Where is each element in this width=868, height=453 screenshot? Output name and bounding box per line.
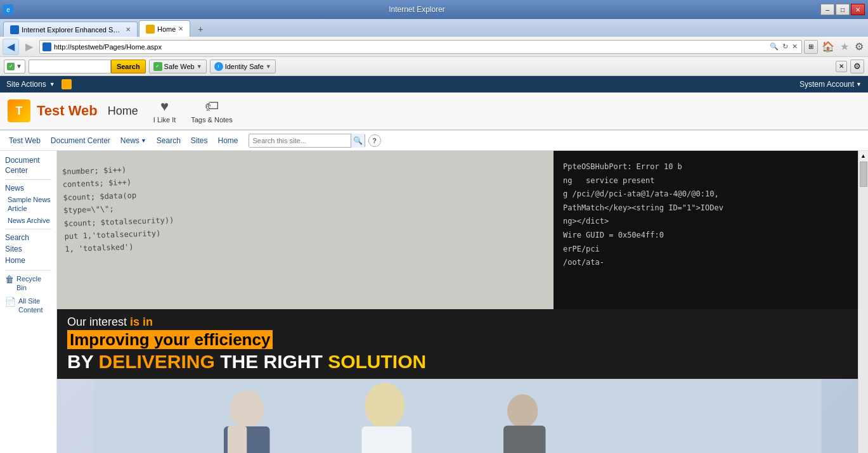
address-refresh-icon[interactable]: ↻ xyxy=(781,42,789,51)
compatibility-button[interactable]: ⊞ xyxy=(804,40,818,54)
topbar-right: System Account ▼ xyxy=(800,80,862,89)
tab-bar: Internet Explorer Enhanced Sec... ✕ Home… xyxy=(0,19,868,37)
back-button[interactable]: ◀ xyxy=(3,39,19,55)
tab-home-icon xyxy=(146,25,155,34)
sidebar-recycle-bin[interactable]: 🗑 Recycle Bin xyxy=(5,274,51,293)
sidebar-all-site-content[interactable]: 📄 All Site Content xyxy=(5,297,51,315)
hero-line1: Our interest is in xyxy=(67,316,848,329)
nav-home[interactable]: Home xyxy=(213,131,243,151)
sp-sidebar: Document Center News Sample News Article… xyxy=(0,151,57,453)
sidebar-divider-1 xyxy=(5,179,51,180)
site-actions-button[interactable]: Site Actions xyxy=(6,80,46,89)
topbar-icon xyxy=(62,79,72,89)
recycle-bin-icon: 🗑 xyxy=(5,274,14,284)
toolbar-gear-btn[interactable]: ⚙ xyxy=(850,60,864,73)
forward-button[interactable]: ▶ xyxy=(21,39,37,55)
nav-right-favorites[interactable]: ★ xyxy=(838,41,851,53)
nav-document-center[interactable]: Document Center xyxy=(46,131,115,151)
site-search-input[interactable] xyxy=(249,137,351,144)
sidebar-news[interactable]: News xyxy=(5,184,51,193)
new-tab-button[interactable]: + xyxy=(193,22,208,37)
toolbar-check-icon: ✓ xyxy=(7,63,15,70)
nav-right-home[interactable]: 🏠 xyxy=(820,41,836,53)
sidebar-sample-news[interactable]: Sample News Article xyxy=(5,195,51,214)
nav-sites[interactable]: Sites xyxy=(186,131,213,151)
hero-left: $number; $i++) contents; $i++) $count; $… xyxy=(57,151,554,309)
sidebar-sites[interactable]: Sites xyxy=(5,245,51,253)
hero-top: $number; $i++) contents; $i++) $count; $… xyxy=(57,151,858,309)
hero-line3-gold: SOLUTION xyxy=(328,351,426,372)
tab-ie-enhanced[interactable]: Internet Explorer Enhanced Sec... ✕ xyxy=(3,22,138,37)
hero-line2-text: Improving your efficiency xyxy=(67,330,273,349)
tab-home-close[interactable]: ✕ xyxy=(178,25,183,32)
scrollbar-up[interactable]: ▲ xyxy=(859,151,868,161)
site-actions-dropdown[interactable]: ▼ xyxy=(49,81,55,87)
ribbon-tools: ♥ I Like It 🏷 Tags & Notes xyxy=(153,98,233,124)
nav-search[interactable]: Search xyxy=(152,131,186,151)
toolbar-search-button[interactable]: Search xyxy=(111,60,146,73)
safeweb-icon: ✓ xyxy=(153,62,162,71)
sidebar-document-center[interactable]: Document Center xyxy=(5,156,51,175)
nav-right-settings[interactable]: ⚙ xyxy=(853,41,865,53)
tab-ie-label: Internet Explorer Enhanced Sec... xyxy=(22,26,123,34)
nav-search-box: 🔍 xyxy=(249,134,365,148)
identity-dropdown-icon: ▼ xyxy=(266,63,271,70)
scrollbar-track xyxy=(859,161,868,453)
i-like-it-button[interactable]: ♥ I Like It xyxy=(153,98,176,124)
toolbar-close-btn[interactable]: ✕ xyxy=(836,61,847,72)
sidebar-search[interactable]: Search xyxy=(5,233,51,242)
bottom-photo-area xyxy=(57,379,858,453)
nav-bar: Test Web Document Center News ▼ Search S… xyxy=(0,131,868,151)
toolbar-check-dropdown[interactable]: ▼ xyxy=(16,63,22,70)
hero-line1-highlight: is in xyxy=(130,316,153,328)
help-button[interactable]: ? xyxy=(368,134,381,147)
sidebar-news-archive[interactable]: News Archive xyxy=(5,216,51,225)
tab-home[interactable]: Home ✕ xyxy=(139,20,190,37)
sidebar-divider-2 xyxy=(5,229,51,229)
close-button[interactable]: ✕ xyxy=(851,4,865,15)
tags-notes-label: Tags & Notes xyxy=(191,116,232,124)
hero-line3-orange: DELIVERING xyxy=(98,351,220,372)
hero-line1-plain: Our interest xyxy=(67,316,130,328)
scrollbar-thumb[interactable] xyxy=(860,162,867,187)
safeweb-button[interactable]: ✓ Safe Web ▼ xyxy=(149,60,207,73)
nav-test-web[interactable]: Test Web xyxy=(4,131,46,151)
nav-news[interactable]: News ▼ xyxy=(115,131,152,151)
window-title: Internet Explorer xyxy=(389,5,445,14)
address-search-icon[interactable]: 🔍 xyxy=(768,42,780,51)
tags-notes-icon: 🏷 xyxy=(205,98,219,115)
tab-ie-close[interactable]: ✕ xyxy=(126,26,131,33)
i-like-it-icon: ♥ xyxy=(160,98,169,115)
all-site-content-label: All Site Content xyxy=(18,297,51,315)
address-close-icon[interactable]: ✕ xyxy=(791,42,799,51)
safeweb-label: Safe Web xyxy=(164,63,195,70)
account-dropdown[interactable]: ▼ xyxy=(856,81,862,87)
photo-people xyxy=(57,379,858,453)
site-title: Test Web xyxy=(37,103,98,119)
tags-notes-button[interactable]: 🏷 Tags & Notes xyxy=(191,98,232,124)
toolbar-search-input[interactable] xyxy=(29,60,111,73)
sidebar-home[interactable]: Home xyxy=(5,256,51,265)
hero-right: PpteOSBHubPort: Error 10 b ng service pr… xyxy=(554,151,858,309)
people-svg xyxy=(57,379,858,453)
tab-ie-icon xyxy=(10,25,19,34)
nav-news-dropdown-icon: ▼ xyxy=(141,137,146,144)
address-input[interactable] xyxy=(54,43,768,51)
hero-overlay: Our interest is in Improving your effici… xyxy=(57,309,858,379)
safeweb-dropdown-icon: ▼ xyxy=(197,63,202,70)
identity-safe-button[interactable]: i Identity Safe ▼ xyxy=(210,60,276,73)
address-box: 🔍 ↻ ✕ xyxy=(39,40,802,54)
main-scrollbar[interactable]: ▲ ▼ xyxy=(858,151,868,453)
svg-rect-8 xyxy=(94,379,822,453)
toolbar-row: ✓ ▼ Search ✓ Safe Web ▼ i Identity Safe … xyxy=(0,57,868,76)
minimize-button[interactable]: – xyxy=(820,4,834,15)
window-left: e xyxy=(3,4,13,15)
identity-icon: i xyxy=(214,62,223,71)
recycle-bin-label: Recycle Bin xyxy=(16,274,51,293)
terminal-output: PpteOSBHubPort: Error 10 b ng service pr… xyxy=(554,151,858,279)
sp-site: Site Actions ▼ System Account ▼ T Test W… xyxy=(0,76,868,453)
account-label: System Account xyxy=(800,80,854,89)
maximize-button[interactable]: □ xyxy=(836,4,850,15)
topbar-left: Site Actions ▼ xyxy=(6,79,72,89)
site-search-button[interactable]: 🔍 xyxy=(351,134,365,148)
